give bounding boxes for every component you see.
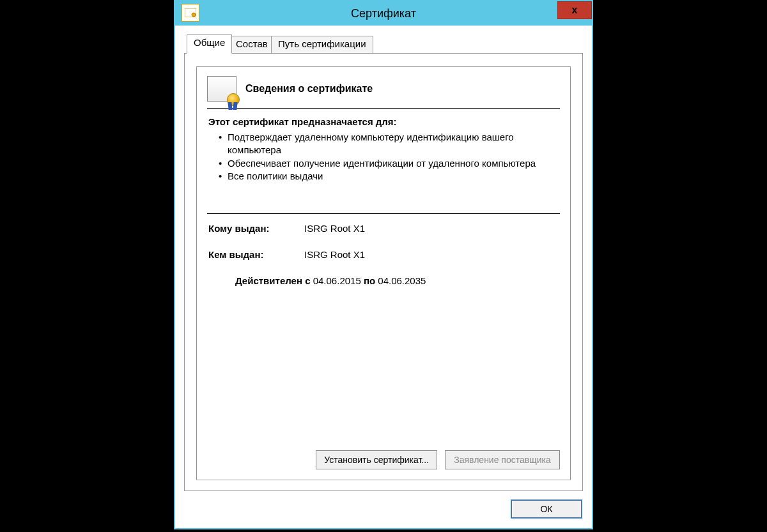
tab-panel-general: Сведения о сертификате Этот сертификат п… [184, 53, 583, 491]
valid-from-value: 04.06.2015 [313, 275, 361, 286]
tab-details[interactable]: Состав [229, 36, 275, 54]
dialog-footer: ОК [184, 491, 583, 518]
info-heading: Сведения о сертификате [245, 83, 373, 95]
ok-button[interactable]: ОК [511, 500, 582, 518]
issued-to-label: Кому выдан: [208, 223, 304, 234]
valid-to-label: по [364, 275, 375, 286]
cert-action-buttons: Установить сертификат... Заявление поста… [207, 436, 560, 469]
close-icon: x [572, 4, 578, 16]
purpose-item: Обеспечивает получение идентификации от … [228, 157, 560, 170]
issuer-statement-button[interactable]: Заявление поставщика [445, 450, 560, 469]
purpose-list: Подтверждает удаленному компьютеру идент… [208, 131, 560, 183]
client-area: Общие Состав Путь сертификации Сведения … [175, 26, 592, 528]
info-header: Сведения о сертификате [207, 76, 560, 108]
certificate-dialog: Сертификат x Общие Состав Путь сертифика… [174, 0, 593, 529]
purpose-heading: Этот сертификат предназначается для: [208, 116, 560, 127]
valid-from-label: Действителен с [235, 275, 311, 286]
certificate-window-icon [182, 4, 199, 22]
issued-by-label: Кем выдан: [208, 249, 304, 260]
issued-to-row: Кому выдан: ISRG Root X1 [208, 223, 560, 234]
issued-to-value: ISRG Root X1 [304, 223, 365, 234]
purpose-block: Этот сертификат предназначается для: Под… [207, 109, 560, 183]
tab-general[interactable]: Общие [187, 34, 232, 54]
tab-cert-path[interactable]: Путь сертификации [271, 36, 373, 54]
svg-point-1 [192, 13, 196, 17]
issued-by-row: Кем выдан: ISRG Root X1 [208, 249, 560, 260]
tab-strip: Общие Состав Путь сертификации [184, 34, 583, 54]
validity-row: Действителен с 04.06.2015 по 04.06.2035 [208, 275, 560, 286]
divider-middle [207, 213, 560, 214]
window-title: Сертификат [175, 7, 592, 20]
titlebar: Сертификат x [175, 1, 592, 26]
install-certificate-button[interactable]: Установить сертификат... [316, 450, 437, 469]
valid-to-value: 04.06.2035 [378, 275, 426, 286]
purpose-item: Подтверждает удаленному компьютеру идент… [228, 131, 560, 157]
issued-by-value: ISRG Root X1 [304, 249, 365, 260]
close-button[interactable]: x [557, 1, 592, 19]
certificate-info-box: Сведения о сертификате Этот сертификат п… [196, 66, 571, 480]
issued-info: Кому выдан: ISRG Root X1 Кем выдан: ISRG… [207, 223, 560, 286]
purpose-item: Все политики выдачи [228, 170, 560, 183]
certificate-icon [207, 76, 236, 102]
